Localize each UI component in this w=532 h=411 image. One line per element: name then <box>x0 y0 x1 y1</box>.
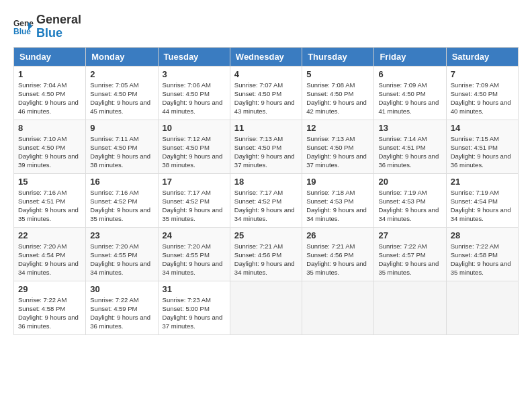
daylight: Daylight: 9 hours and 39 minutes. <box>18 152 79 169</box>
daylight: Daylight: 9 hours and 44 minutes. <box>163 99 223 115</box>
day-number: 13 <box>378 123 441 133</box>
calendar-day-cell: 14 Sunrise: 7:15 AM Sunset: 4:51 PM Dayl… <box>446 120 518 173</box>
daylight: Daylight: 9 hours and 34 minutes. <box>234 206 295 222</box>
sunset: Sunset: 4:51 PM <box>378 144 425 151</box>
calendar-day-cell: 12 Sunrise: 7:13 AM Sunset: 4:50 PM Dayl… <box>302 120 374 173</box>
day-number: 9 <box>90 123 153 133</box>
calendar-day-cell: 15 Sunrise: 7:16 AM Sunset: 4:51 PM Dayl… <box>14 173 86 227</box>
day-info: Sunrise: 7:22 AM Sunset: 4:58 PM Dayligh… <box>451 242 514 277</box>
calendar-day-cell <box>230 281 302 334</box>
daylight: Daylight: 9 hours and 35 minutes. <box>163 206 223 222</box>
sunset: Sunset: 4:55 PM <box>163 251 210 259</box>
calendar-day-cell: 1 Sunrise: 7:04 AM Sunset: 4:50 PM Dayli… <box>14 66 86 120</box>
calendar-day-cell: 23 Sunrise: 7:20 AM Sunset: 4:55 PM Dayl… <box>86 227 158 281</box>
weekday-header-thursday: Thursday <box>302 47 374 66</box>
day-info: Sunrise: 7:04 AM Sunset: 4:50 PM Dayligh… <box>18 81 81 116</box>
sunrise: Sunrise: 7:10 AM <box>18 135 66 142</box>
day-info: Sunrise: 7:17 AM Sunset: 4:52 PM Dayligh… <box>234 188 298 224</box>
daylight: Daylight: 9 hours and 34 minutes. <box>163 260 223 276</box>
sunset: Sunset: 4:53 PM <box>306 197 353 205</box>
day-info: Sunrise: 7:15 AM Sunset: 4:51 PM Dayligh… <box>451 134 514 170</box>
sunset: Sunset: 4:50 PM <box>234 144 281 151</box>
calendar-week-row: 8 Sunrise: 7:10 AM Sunset: 4:50 PM Dayli… <box>14 120 519 173</box>
calendar-day-cell: 20 Sunrise: 7:19 AM Sunset: 4:53 PM Dayl… <box>374 173 446 227</box>
day-number: 24 <box>163 230 226 240</box>
day-info: Sunrise: 7:10 AM Sunset: 4:50 PM Dayligh… <box>18 134 81 170</box>
sunrise: Sunrise: 7:23 AM <box>163 296 211 304</box>
daylight: Daylight: 9 hours and 38 minutes. <box>90 152 150 169</box>
day-info: Sunrise: 7:16 AM Sunset: 4:51 PM Dayligh… <box>18 188 81 224</box>
sunset: Sunset: 4:50 PM <box>306 144 353 151</box>
calendar-day-cell: 22 Sunrise: 7:20 AM Sunset: 4:54 PM Dayl… <box>14 227 86 281</box>
day-number: 10 <box>163 123 226 133</box>
daylight: Daylight: 9 hours and 37 minutes. <box>234 152 295 169</box>
daylight: Daylight: 9 hours and 37 minutes. <box>306 152 367 169</box>
daylight: Daylight: 9 hours and 40 minutes. <box>451 99 511 115</box>
daylight: Daylight: 9 hours and 35 minutes. <box>90 206 150 222</box>
day-info: Sunrise: 7:08 AM Sunset: 4:50 PM Dayligh… <box>306 81 369 116</box>
sunset: Sunset: 4:58 PM <box>451 251 498 259</box>
day-info: Sunrise: 7:13 AM Sunset: 4:50 PM Dayligh… <box>306 134 369 170</box>
daylight: Daylight: 9 hours and 42 minutes. <box>306 99 367 115</box>
sunrise: Sunrise: 7:13 AM <box>306 135 355 142</box>
sunset: Sunset: 4:51 PM <box>451 144 498 151</box>
daylight: Daylight: 9 hours and 37 minutes. <box>163 314 223 330</box>
calendar-table: SundayMondayTuesdayWednesdayThursdayFrid… <box>13 47 519 335</box>
sunset: Sunset: 4:50 PM <box>18 144 65 151</box>
daylight: Daylight: 9 hours and 41 minutes. <box>378 99 439 115</box>
day-info: Sunrise: 7:18 AM Sunset: 4:53 PM Dayligh… <box>306 188 369 224</box>
calendar-day-cell: 21 Sunrise: 7:19 AM Sunset: 4:54 PM Dayl… <box>446 173 518 227</box>
day-number: 23 <box>90 230 153 240</box>
sunrise: Sunrise: 7:06 AM <box>163 81 211 89</box>
sunrise: Sunrise: 7:13 AM <box>234 135 283 142</box>
sunset: Sunset: 4:50 PM <box>90 144 137 151</box>
day-number: 16 <box>90 177 153 187</box>
day-number: 22 <box>18 230 81 240</box>
day-number: 17 <box>163 177 226 187</box>
day-info: Sunrise: 7:12 AM Sunset: 4:50 PM Dayligh… <box>163 134 226 170</box>
weekday-header-monday: Monday <box>86 47 158 66</box>
sunset: Sunset: 4:53 PM <box>378 197 425 205</box>
daylight: Daylight: 9 hours and 38 minutes. <box>163 152 223 169</box>
sunrise: Sunrise: 7:22 AM <box>378 242 427 250</box>
sunrise: Sunrise: 7:05 AM <box>90 81 138 89</box>
day-number: 11 <box>234 123 298 133</box>
sunset: Sunset: 4:57 PM <box>378 251 425 259</box>
calendar-day-cell: 2 Sunrise: 7:05 AM Sunset: 4:50 PM Dayli… <box>86 66 158 120</box>
day-number: 30 <box>90 284 153 294</box>
day-number: 27 <box>378 230 441 240</box>
day-number: 26 <box>306 230 369 240</box>
day-info: Sunrise: 7:11 AM Sunset: 4:50 PM Dayligh… <box>90 134 153 170</box>
day-info: Sunrise: 7:22 AM Sunset: 4:59 PM Dayligh… <box>90 295 153 331</box>
day-number: 28 <box>451 230 514 240</box>
day-info: Sunrise: 7:20 AM Sunset: 4:54 PM Dayligh… <box>18 242 81 277</box>
calendar-day-cell: 29 Sunrise: 7:22 AM Sunset: 4:58 PM Dayl… <box>14 281 86 334</box>
weekday-header-tuesday: Tuesday <box>158 47 230 66</box>
calendar-day-cell: 13 Sunrise: 7:14 AM Sunset: 4:51 PM Dayl… <box>374 120 446 173</box>
calendar-day-cell: 9 Sunrise: 7:11 AM Sunset: 4:50 PM Dayli… <box>86 120 158 173</box>
weekday-header-sunday: Sunday <box>14 47 86 66</box>
sunrise: Sunrise: 7:19 AM <box>451 189 499 196</box>
daylight: Daylight: 9 hours and 34 minutes. <box>18 260 79 276</box>
calendar-day-cell: 11 Sunrise: 7:13 AM Sunset: 4:50 PM Dayl… <box>230 120 302 173</box>
sunset: Sunset: 4:50 PM <box>90 90 137 97</box>
sunrise: Sunrise: 7:12 AM <box>163 135 211 142</box>
day-info: Sunrise: 7:21 AM Sunset: 4:56 PM Dayligh… <box>306 242 369 277</box>
calendar-day-cell: 5 Sunrise: 7:08 AM Sunset: 4:50 PM Dayli… <box>302 66 374 120</box>
daylight: Daylight: 9 hours and 34 minutes. <box>90 260 150 276</box>
daylight: Daylight: 9 hours and 36 minutes. <box>451 152 511 169</box>
calendar-day-cell <box>374 281 446 334</box>
sunset: Sunset: 4:50 PM <box>163 90 210 97</box>
sunrise: Sunrise: 7:08 AM <box>306 81 355 89</box>
calendar-day-cell: 8 Sunrise: 7:10 AM Sunset: 4:50 PM Dayli… <box>14 120 86 173</box>
sunset: Sunset: 5:00 PM <box>163 305 210 312</box>
day-number: 25 <box>234 230 298 240</box>
calendar-day-cell: 10 Sunrise: 7:12 AM Sunset: 4:50 PM Dayl… <box>158 120 230 173</box>
sunrise: Sunrise: 7:04 AM <box>18 81 66 89</box>
sunset: Sunset: 4:55 PM <box>90 251 137 259</box>
header: General Blue General Blue <box>13 13 519 40</box>
daylight: Daylight: 9 hours and 45 minutes. <box>90 99 150 115</box>
weekday-header-saturday: Saturday <box>446 47 518 66</box>
daylight: Daylight: 9 hours and 34 minutes. <box>451 206 511 222</box>
daylight: Daylight: 9 hours and 34 minutes. <box>306 206 367 222</box>
